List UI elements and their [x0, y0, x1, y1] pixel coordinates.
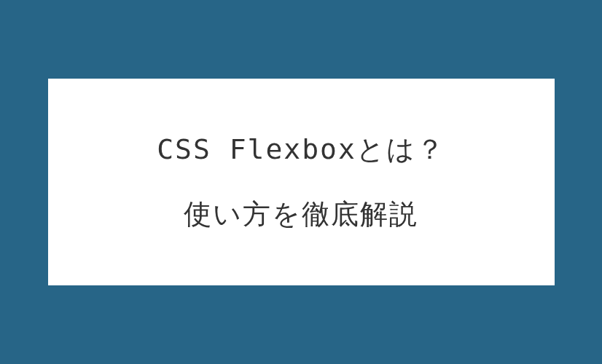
title-line-2: 使い方を徹底解説 [184, 196, 418, 233]
title-card: CSS Flexboxとは？ 使い方を徹底解説 [48, 79, 555, 285]
title-line-1: CSS Flexboxとは？ [157, 131, 445, 168]
